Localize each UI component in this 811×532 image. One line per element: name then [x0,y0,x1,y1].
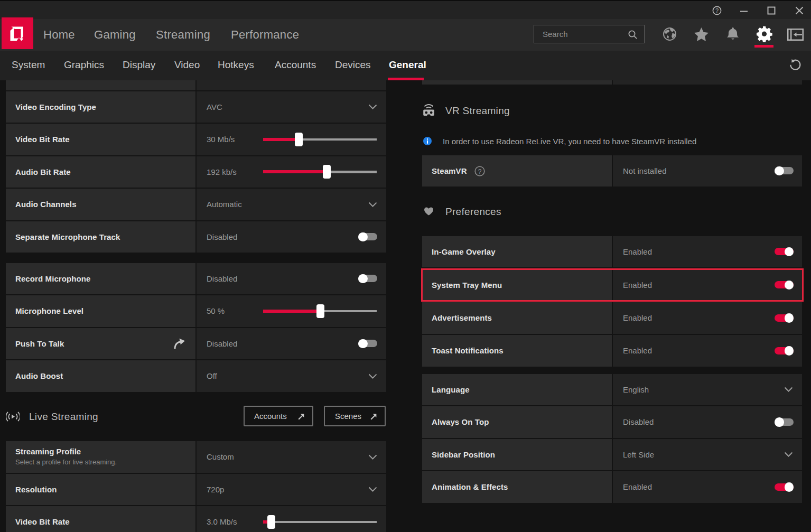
svg-text:?: ? [715,7,719,14]
svg-text:?: ? [478,167,482,175]
